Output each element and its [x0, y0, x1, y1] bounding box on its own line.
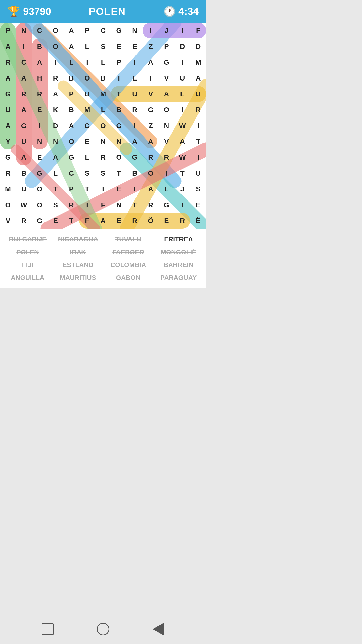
cell-r9-c9[interactable]: O	[143, 165, 159, 181]
cell-r10-c9[interactable]: A	[143, 181, 159, 197]
cell-r0-c6[interactable]: C	[95, 23, 111, 38]
cell-r11-c12[interactable]: E	[190, 197, 206, 213]
cell-r9-c1[interactable]: B	[16, 165, 32, 181]
cell-r2-c6[interactable]: L	[95, 54, 111, 70]
cell-r1-c7[interactable]: E	[111, 38, 127, 54]
cell-r3-c10[interactable]: V	[159, 70, 174, 86]
cell-r7-c1[interactable]: U	[16, 134, 32, 149]
cell-r9-c4[interactable]: C	[63, 165, 79, 181]
cell-r7-c2[interactable]: N	[32, 134, 48, 149]
cell-r12-c2[interactable]: G	[32, 213, 48, 229]
cell-r0-c7[interactable]: G	[111, 23, 127, 38]
cell-r7-c8[interactable]: A	[127, 134, 143, 149]
cell-r6-c1[interactable]: G	[16, 118, 32, 134]
cell-r0-c4[interactable]: A	[63, 23, 79, 38]
cell-r11-c9[interactable]: R	[143, 197, 159, 213]
cell-r12-c0[interactable]: V	[0, 213, 16, 229]
cell-r7-c10[interactable]: V	[159, 134, 174, 149]
cell-r5-c0[interactable]: U	[0, 102, 16, 118]
cell-r6-c4[interactable]: A	[63, 118, 79, 134]
cell-r1-c11[interactable]: D	[174, 38, 190, 54]
cell-r0-c5[interactable]: P	[79, 23, 95, 38]
cell-r6-c12[interactable]: I	[190, 118, 206, 134]
cell-r8-c9[interactable]: R	[143, 149, 159, 165]
cell-r0-c1[interactable]: N	[16, 23, 32, 38]
cell-r11-c6[interactable]: F	[95, 197, 111, 213]
cell-r11-c5[interactable]: I	[79, 197, 95, 213]
cell-r4-c1[interactable]: R	[16, 86, 32, 102]
cell-r1-c5[interactable]: L	[79, 38, 95, 54]
cell-r10-c6[interactable]: I	[95, 181, 111, 197]
cell-r6-c0[interactable]: A	[0, 118, 16, 134]
cell-r12-c10[interactable]: E	[159, 213, 174, 229]
cell-r2-c8[interactable]: I	[127, 54, 143, 70]
cell-r2-c4[interactable]: L	[63, 54, 79, 70]
cell-r9-c5[interactable]: S	[79, 165, 95, 181]
cell-r11-c0[interactable]: O	[0, 197, 16, 213]
cell-r11-c1[interactable]: W	[16, 197, 32, 213]
cell-r6-c7[interactable]: G	[111, 118, 127, 134]
cell-r9-c3[interactable]: L	[48, 165, 63, 181]
cell-r7-c9[interactable]: A	[143, 134, 159, 149]
cell-r0-c11[interactable]: I	[174, 23, 190, 38]
cell-r3-c4[interactable]: B	[63, 70, 79, 86]
cell-r9-c12[interactable]: U	[190, 165, 206, 181]
cell-r0-c3[interactable]: O	[48, 23, 63, 38]
cell-r6-c6[interactable]: O	[95, 118, 111, 134]
cell-r9-c6[interactable]: S	[95, 165, 111, 181]
cell-r9-c7[interactable]: T	[111, 165, 127, 181]
cell-r8-c10[interactable]: R	[159, 149, 174, 165]
cell-r5-c6[interactable]: L	[95, 102, 111, 118]
cell-r12-c5[interactable]: F	[79, 213, 95, 229]
back-button[interactable]	[151, 622, 166, 637]
cell-r10-c3[interactable]: T	[48, 181, 63, 197]
cell-r5-c3[interactable]: K	[48, 102, 63, 118]
cell-r1-c10[interactable]: P	[159, 38, 174, 54]
cell-r5-c7[interactable]: B	[111, 102, 127, 118]
cell-r9-c8[interactable]: B	[127, 165, 143, 181]
cell-r7-c5[interactable]: E	[79, 134, 95, 149]
cell-r5-c11[interactable]: I	[174, 102, 190, 118]
cell-r11-c7[interactable]: N	[111, 197, 127, 213]
cell-r0-c10[interactable]: J	[159, 23, 174, 38]
cell-r12-c6[interactable]: A	[95, 213, 111, 229]
cell-r4-c6[interactable]: M	[95, 86, 111, 102]
cell-r2-c5[interactable]: I	[79, 54, 95, 70]
cell-r3-c5[interactable]: O	[79, 70, 95, 86]
cell-r2-c1[interactable]: C	[16, 54, 32, 70]
cell-r2-c12[interactable]: M	[190, 54, 206, 70]
cell-r0-c0[interactable]: P	[0, 23, 16, 38]
cell-r10-c10[interactable]: L	[159, 181, 174, 197]
cell-r4-c10[interactable]: A	[159, 86, 174, 102]
cell-r6-c8[interactable]: I	[127, 118, 143, 134]
cell-r11-c8[interactable]: T	[127, 197, 143, 213]
cell-r8-c6[interactable]: R	[95, 149, 111, 165]
cell-r8-c0[interactable]: G	[0, 149, 16, 165]
cell-r8-c12[interactable]: I	[190, 149, 206, 165]
cell-r10-c4[interactable]: P	[63, 181, 79, 197]
cell-r1-c4[interactable]: A	[63, 38, 79, 54]
cell-r8-c1[interactable]: A	[16, 149, 32, 165]
cell-r10-c5[interactable]: T	[79, 181, 95, 197]
cell-r1-c1[interactable]: I	[16, 38, 32, 54]
cell-r8-c11[interactable]: W	[174, 149, 190, 165]
cell-r10-c7[interactable]: E	[111, 181, 127, 197]
cell-r6-c3[interactable]: D	[48, 118, 63, 134]
cell-r0-c9[interactable]: I	[143, 23, 159, 38]
cell-r9-c11[interactable]: T	[174, 165, 190, 181]
cell-r6-c10[interactable]: N	[159, 118, 174, 134]
cell-r9-c10[interactable]: I	[159, 165, 174, 181]
cell-r7-c0[interactable]: Y	[0, 134, 16, 149]
cell-r3-c12[interactable]: A	[190, 70, 206, 86]
cell-r1-c3[interactable]: O	[48, 38, 63, 54]
cell-r5-c9[interactable]: G	[143, 102, 159, 118]
cell-r3-c9[interactable]: I	[143, 70, 159, 86]
cell-r4-c8[interactable]: U	[127, 86, 143, 102]
cell-r7-c4[interactable]: O	[63, 134, 79, 149]
cell-r1-c2[interactable]: B	[32, 38, 48, 54]
cell-r11-c10[interactable]: G	[159, 197, 174, 213]
cell-r12-c7[interactable]: E	[111, 213, 127, 229]
cell-r0-c12[interactable]: F	[190, 23, 206, 38]
cell-r10-c1[interactable]: U	[16, 181, 32, 197]
cell-r0-c2[interactable]: C	[32, 23, 48, 38]
